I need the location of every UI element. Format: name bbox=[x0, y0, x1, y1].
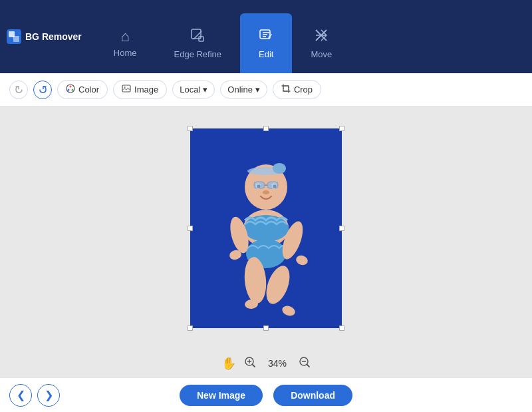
image-container[interactable] bbox=[190, 128, 342, 328]
zoom-bar: ✋ 34% bbox=[0, 349, 532, 377]
image-button[interactable]: Image bbox=[113, 80, 167, 99]
color-label: Color bbox=[78, 85, 99, 95]
edit-icon bbox=[259, 28, 273, 45]
svg-point-15 bbox=[273, 163, 286, 174]
tab-edit-label: Edit bbox=[259, 49, 273, 59]
new-image-button[interactable]: New Image bbox=[180, 385, 263, 406]
logo-icon bbox=[7, 29, 21, 44]
svg-point-9 bbox=[68, 89, 70, 91]
hand-tool-icon[interactable]: ✋ bbox=[221, 356, 236, 371]
undo-button[interactable] bbox=[9, 81, 28, 99]
crop-handle-bot-left[interactable] bbox=[188, 325, 193, 331]
color-icon bbox=[66, 84, 75, 95]
app-header: BG Remover ⌂ Home Edge Refine bbox=[0, 0, 532, 73]
svg-point-7 bbox=[70, 86, 72, 88]
bottom-bar-inner: ❮ ❯ New Image Download bbox=[0, 385, 532, 406]
prev-button[interactable]: ❮ bbox=[9, 384, 32, 407]
tab-home-label: Home bbox=[114, 48, 137, 58]
zoom-percent: 34% bbox=[264, 358, 291, 369]
tab-move-label: Move bbox=[311, 49, 332, 59]
online-dropdown[interactable]: Online ▾ bbox=[220, 81, 267, 99]
local-chevron-icon: ▾ bbox=[203, 85, 207, 95]
image-frame bbox=[190, 128, 342, 328]
svg-line-40 bbox=[307, 365, 309, 367]
online-label: Online bbox=[227, 85, 253, 95]
svg-point-8 bbox=[72, 89, 74, 91]
home-icon: ⌂ bbox=[121, 29, 130, 44]
next-icon: ❯ bbox=[45, 389, 53, 401]
crop-icon bbox=[281, 84, 291, 95]
svg-point-20 bbox=[263, 190, 269, 194]
svg-rect-22 bbox=[267, 182, 278, 188]
svg-point-11 bbox=[124, 87, 125, 88]
tab-edge-refine[interactable]: Edge Refine bbox=[156, 13, 241, 73]
crop-handle-top-left[interactable] bbox=[188, 126, 193, 131]
tab-move[interactable]: Move bbox=[292, 13, 350, 73]
image-icon bbox=[122, 84, 131, 95]
svg-rect-2 bbox=[13, 36, 19, 42]
crop-handle-bot-right[interactable] bbox=[339, 325, 344, 331]
prev-icon: ❮ bbox=[17, 389, 25, 401]
color-button[interactable]: Color bbox=[57, 80, 108, 99]
tab-edge-refine-label: Edge Refine bbox=[174, 49, 222, 59]
svg-point-29 bbox=[295, 254, 309, 266]
tab-home[interactable]: ⌂ Home bbox=[95, 13, 156, 73]
toolbar: Color Image Local ▾ Online ▾ Crop bbox=[0, 73, 532, 106]
action-buttons: New Image Download bbox=[180, 385, 352, 406]
baby-illustration bbox=[203, 162, 329, 321]
crop-handle-bot-mid[interactable] bbox=[263, 325, 269, 331]
main-nav: ⌂ Home Edge Refine Edit bbox=[95, 0, 350, 73]
tab-edit[interactable]: Edit bbox=[240, 13, 292, 73]
svg-line-37 bbox=[253, 365, 255, 367]
app-logo: BG Remover bbox=[7, 29, 82, 44]
move-icon bbox=[314, 28, 329, 45]
next-button[interactable]: ❯ bbox=[37, 384, 60, 407]
svg-rect-10 bbox=[122, 85, 130, 92]
crop-button[interactable]: Crop bbox=[273, 80, 321, 99]
zoom-out-icon[interactable] bbox=[299, 356, 311, 371]
local-label: Local bbox=[180, 85, 200, 95]
svg-rect-21 bbox=[254, 182, 265, 188]
bottom-bar: ❮ ❯ New Image Download bbox=[0, 377, 532, 412]
svg-rect-12 bbox=[283, 86, 289, 91]
svg-point-33 bbox=[281, 304, 297, 317]
crop-handle-top-mid[interactable] bbox=[263, 126, 269, 131]
online-chevron-icon: ▾ bbox=[255, 85, 260, 95]
crop-label: Crop bbox=[294, 85, 313, 95]
download-button[interactable]: Download bbox=[273, 385, 352, 406]
svg-point-31 bbox=[262, 262, 295, 307]
bottom-nav-arrows: ❮ ❯ bbox=[9, 384, 60, 407]
image-label: Image bbox=[134, 85, 158, 95]
redo-button[interactable] bbox=[33, 81, 52, 99]
canvas-area bbox=[0, 106, 532, 349]
crop-handle-mid-left[interactable] bbox=[188, 226, 193, 231]
edge-refine-icon bbox=[190, 28, 205, 45]
zoom-in-icon[interactable] bbox=[244, 356, 256, 371]
app-name: BG Remover bbox=[25, 31, 82, 42]
crop-handle-top-right[interactable] bbox=[339, 126, 344, 131]
local-dropdown[interactable]: Local ▾ bbox=[172, 81, 215, 99]
crop-handle-mid-right[interactable] bbox=[339, 226, 344, 231]
